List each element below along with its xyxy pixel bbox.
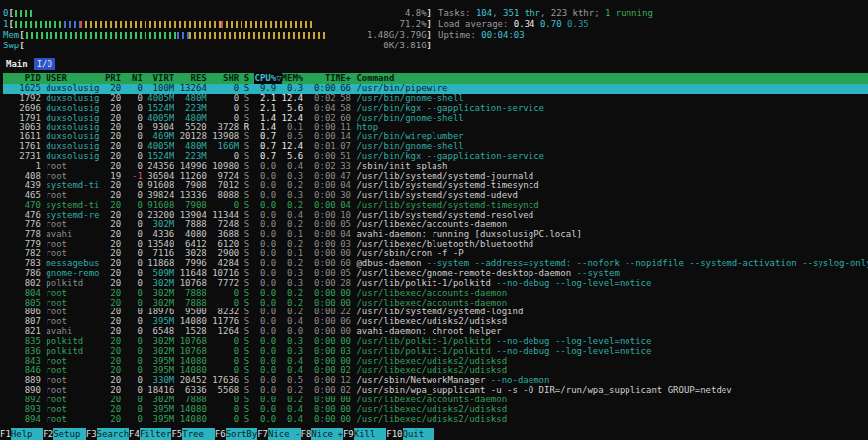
process-row[interactable]: 778avahi200433640803688S0.00.10:00.04ava… — [3, 230, 868, 240]
cell-state: S — [244, 152, 249, 162]
cell-cpu: 0.7 — [254, 152, 276, 162]
fn-f7-label[interactable]: Nice - — [268, 428, 301, 440]
process-row[interactable]: 893root200395M140800S0.00.40:00.00/usr/l… — [3, 405, 868, 415]
meter-column: 0[4.8%]1[71.2%]Mem[1.48G/3.79G]Swp[0K/3.… — [3, 8, 432, 51]
fn-f1-label[interactable]: Help — [11, 428, 44, 440]
cell-pid: 894 — [3, 415, 41, 425]
cell-shr: 7248 — [212, 220, 239, 230]
cell-cpu: 0.0 — [254, 259, 276, 269]
fn-f8-label[interactable]: Nice + — [311, 428, 343, 440]
process-row[interactable]: 782root200711630282900S0.00.10:00.00/usr… — [3, 249, 868, 259]
cell-shr: 0 — [212, 347, 239, 357]
process-row[interactable]: 776root200302M78887248S0.00.20:00.05/usr… — [3, 220, 868, 230]
process-row[interactable]: 476systemd-re200232001390411344S0.00.40:… — [3, 211, 868, 220]
process-row[interactable]: 783messagebus2001186879964284S0.00.20:00… — [3, 259, 868, 269]
process-row[interactable]: 835polkitd200302M107680S0.00.30:00.00/us… — [3, 337, 868, 347]
column-header-pid[interactable]: PID — [3, 73, 41, 84]
fn-f3-key[interactable]: F3 — [86, 428, 97, 440]
process-row[interactable]: 821avahi200654815281264S0.00.00:00.00ava… — [3, 327, 868, 337]
cell-mem: 0.4 — [282, 317, 304, 327]
cell-time: 0:00.00 — [309, 249, 351, 259]
process-row[interactable]: 894root200395M140800S0.00.40:00.00/usr/l… — [3, 415, 868, 425]
process-row[interactable]: 1625duxsolusig200100M132640S9.90.30:00.6… — [3, 84, 868, 94]
fn-f4-key[interactable]: F4 — [129, 428, 140, 440]
process-row[interactable]: 1611duxsolusig200469M2012813908S0.70.50:… — [3, 132, 868, 142]
process-row[interactable]: 807root200395M1408011776S0.00.40:00.06/u… — [3, 317, 868, 327]
fn-f6-label[interactable]: SortBy — [226, 428, 258, 440]
cell-state: S — [244, 249, 249, 259]
process-row[interactable]: 470systemd-ti2009160879080S0.00.20:00.04… — [3, 201, 868, 211]
process-row[interactable]: 408root19-136504112609724S0.00.30:00.47/… — [3, 172, 868, 182]
cell-command: /usr/libexec/udisks2/udisksd — [356, 405, 868, 415]
cell-command: /usr/bin/pipewire — [356, 84, 868, 94]
process-row[interactable]: 2731duxsolusig2001524M223M0S0.75.60:00.5… — [3, 152, 868, 162]
fn-f4-label[interactable]: Filter — [140, 428, 172, 440]
process-row[interactable]: 439systemd-ti2009160879087012S0.00.20:00… — [3, 181, 868, 191]
process-row[interactable]: 1761duxsolusig2004005M480M166MS0.712.40:… — [3, 142, 868, 152]
column-header-cpu[interactable]: CPU%▽ — [254, 73, 281, 84]
cell-time: 0:00.30 — [309, 191, 351, 201]
tab-main[interactable]: Main — [3, 58, 31, 70]
process-row[interactable]: 846root200395M140800S0.00.40:00.02/usr/l… — [3, 366, 868, 376]
column-header-pri[interactable]: PRI — [105, 73, 121, 84]
fn-f9-label[interactable]: Kill — [354, 428, 387, 440]
column-header-res[interactable]: RES — [180, 73, 207, 84]
process-row[interactable]: 836polkitd200302M107680S0.00.30:00.03/us… — [3, 347, 868, 357]
process-row[interactable]: 892root200302M78880S0.00.20:00.00/usr/li… — [3, 396, 868, 405]
cell-pri: 20 — [105, 269, 121, 279]
cell-mem: 0.4 — [282, 415, 304, 425]
column-header-time[interactable]: TIME+ — [309, 73, 351, 84]
process-row[interactable]: 3063duxsolusig200930455203728R1.40.10:00… — [3, 123, 868, 132]
process-row[interactable]: 1792duxsolusig2004005M480M0S2.112.40:02.… — [3, 94, 868, 104]
process-row[interactable]: 465root20039824133368088S0.00.30:00.30/u… — [3, 191, 868, 201]
process-row[interactable]: 889root200330M2045217636S0.00.50:00.12/u… — [3, 376, 868, 386]
cell-user: root — [46, 376, 99, 386]
column-header-shr[interactable]: SHR — [212, 73, 239, 84]
fn-f1-key[interactable]: F1 — [0, 428, 11, 440]
fn-f5-label[interactable]: Tree — [182, 428, 215, 440]
cell-user: root — [46, 299, 99, 308]
fn-f2-label[interactable]: Setup — [53, 428, 86, 440]
cell-shr: 9724 — [212, 172, 239, 182]
process-row[interactable]: 786gnome-remo200509M1164810716S0.00.30:0… — [3, 269, 868, 279]
process-row[interactable]: 843root200395M140800S0.00.40:00.00/usr/l… — [3, 357, 868, 367]
process-row[interactable]: 779root2001354064126120S0.00.20:00.03/us… — [3, 240, 868, 250]
cell-res: 9500 — [180, 308, 207, 317]
cell-pid: 846 — [3, 366, 41, 376]
header-area: 0[4.8%]1[71.2%]Mem[1.48G/3.79G]Swp[0K/3.… — [3, 8, 868, 51]
cell-state: S — [244, 132, 249, 142]
column-header-user[interactable]: USER — [46, 73, 99, 84]
process-row[interactable]: 804root200302M78880S0.00.20:00.00/usr/li… — [3, 289, 868, 299]
column-header-s[interactable]: S — [244, 73, 249, 84]
process-row[interactable]: 1791duxsolusig2004005M480M0S1.412.40:02.… — [3, 114, 868, 124]
fn-f2-key[interactable]: F2 — [43, 428, 53, 440]
tab-io[interactable]: I/O — [34, 58, 55, 70]
fn-f5-key[interactable]: F5 — [171, 428, 182, 440]
cell-time: 0:00.00 — [309, 405, 351, 415]
cell-pri: 20 — [105, 279, 121, 289]
column-header-virt[interactable]: VIRT — [147, 73, 174, 84]
fn-f8-key[interactable]: F8 — [301, 428, 312, 440]
cell-user: avahi — [46, 327, 99, 337]
cell-virt: 395M — [147, 366, 174, 376]
process-row[interactable]: 802polkitd200302M107687772S0.00.30:00.28… — [3, 279, 868, 289]
fn-f10-label[interactable]: Quit — [403, 428, 435, 440]
process-row[interactable]: 890root2001841663365568S0.00.20:00.02/us… — [3, 386, 868, 396]
fn-f9-key[interactable]: F9 — [343, 428, 354, 440]
column-header-ni[interactable]: NI — [127, 73, 143, 84]
cell-cpu: 0.7 — [254, 132, 276, 142]
cell-mem: 0.0 — [282, 327, 304, 337]
column-header-mem[interactable]: MEM% — [282, 73, 304, 84]
fn-f7-key[interactable]: F7 — [257, 428, 268, 440]
process-row[interactable]: 806root2001897695008232S0.00.20:00.22/us… — [3, 308, 868, 317]
fn-f10-key[interactable]: F10 — [386, 428, 402, 440]
process-row[interactable]: 2696duxsolusig2001524M223M0S2.15.60:04.5… — [3, 104, 868, 114]
fn-f3-label[interactable]: Search — [97, 428, 130, 440]
cell-pid: 2731 — [3, 152, 41, 162]
cell-ni: 0 — [127, 84, 143, 94]
process-row[interactable]: 805root200302M78880S0.00.20:00.00/usr/li… — [3, 299, 868, 308]
fn-f6-key[interactable]: F6 — [215, 428, 226, 440]
process-row[interactable]: 1root200243561499610980S0.00.40:02.33/sb… — [3, 162, 868, 172]
cell-user: root — [46, 240, 99, 250]
column-header-cmd[interactable]: Command — [356, 73, 868, 84]
